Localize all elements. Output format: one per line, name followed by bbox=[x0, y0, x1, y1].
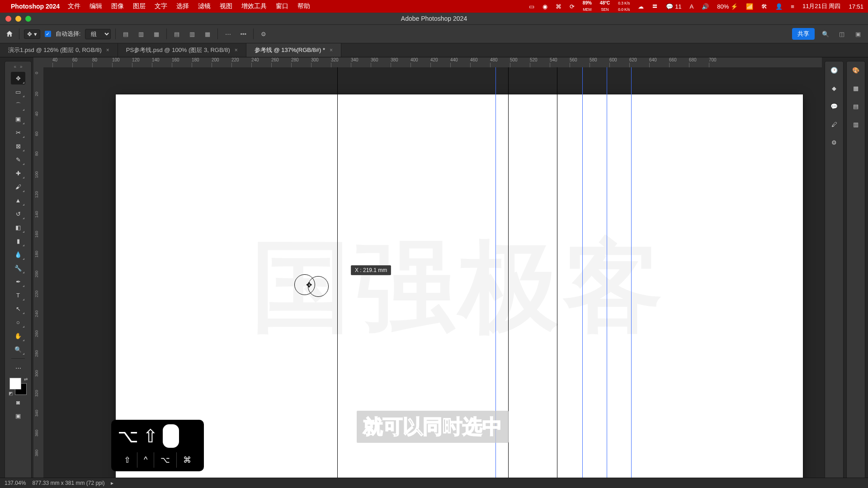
viewport[interactable]: 国强极客 ✥ X : 219.1 mm ⌥ ⇧ bbox=[43, 67, 822, 488]
path-select-tool[interactable]: ↖ bbox=[11, 302, 25, 315]
menu-help[interactable]: 帮助 bbox=[297, 2, 310, 10]
menubar-time[interactable]: 17:51 bbox=[849, 3, 863, 10]
menubar-screen-icon[interactable]: ▭ bbox=[529, 3, 534, 10]
menubar-battery[interactable]: 80% ⚡ bbox=[717, 3, 738, 10]
zoom-tool[interactable]: 🔍 bbox=[11, 343, 25, 356]
screen-mode-tool[interactable]: ▣ bbox=[11, 409, 25, 422]
frame-tool[interactable]: ⊠ bbox=[11, 140, 25, 152]
eraser-tool[interactable]: ◧ bbox=[11, 221, 25, 234]
healing-tool[interactable]: ✚ bbox=[11, 167, 25, 179]
object-select-tool[interactable]: ▣ bbox=[11, 113, 25, 125]
home-button[interactable] bbox=[5, 29, 14, 39]
history-brush-tool[interactable]: ↺ bbox=[11, 207, 25, 220]
hand-tool[interactable]: ✋ bbox=[11, 329, 25, 342]
ruler-horizontal[interactable]: 4060801001201401601802002202402602803003… bbox=[43, 57, 822, 68]
blur-tool[interactable]: 💧 bbox=[11, 248, 25, 261]
channels-panel-icon[interactable]: ▥ bbox=[851, 119, 861, 129]
guide-line[interactable] bbox=[337, 67, 338, 488]
align-bottom-icon[interactable]: ▦ bbox=[202, 28, 213, 39]
brush-settings-panel-icon[interactable]: 🖊 bbox=[829, 119, 839, 129]
gradient-tool[interactable]: ▮ bbox=[11, 235, 25, 247]
workspace-icon[interactable]: ◫ bbox=[836, 28, 847, 39]
move-tool[interactable]: ✥ bbox=[11, 72, 25, 84]
menubar-user-icon[interactable]: 👤 bbox=[775, 3, 783, 10]
window-minimize-button[interactable] bbox=[15, 16, 21, 22]
close-tab-icon[interactable]: × bbox=[235, 47, 238, 53]
align-center-v-icon[interactable]: ▥ bbox=[187, 28, 198, 39]
window-close-button[interactable] bbox=[5, 16, 11, 22]
menu-select[interactable]: 选择 bbox=[176, 2, 189, 10]
align-center-h-icon[interactable]: ▥ bbox=[136, 28, 146, 39]
menu-layer[interactable]: 图层 bbox=[133, 2, 146, 10]
menu-view[interactable]: 视图 bbox=[220, 2, 232, 10]
align-top-icon[interactable]: ▤ bbox=[171, 28, 182, 39]
share-button[interactable]: 共享 bbox=[792, 28, 815, 40]
status-dims[interactable]: 877.33 mm x 381 mm (72 ppi) bbox=[32, 480, 104, 486]
auto-select-checkbox[interactable]: ✓ bbox=[45, 31, 51, 37]
more-options-icon[interactable]: ••• bbox=[238, 28, 249, 39]
close-tab-icon[interactable]: × bbox=[106, 47, 109, 53]
menu-edit[interactable]: 编辑 bbox=[90, 2, 102, 10]
reset-colors-icon[interactable]: ◩ bbox=[9, 391, 13, 396]
gear-icon[interactable]: ⚙ bbox=[258, 28, 269, 39]
menubar-control-center-icon[interactable]: ≡ bbox=[791, 3, 794, 10]
doc-tab-2[interactable]: 参考线 @ 137%(RGB/8#) *× bbox=[246, 43, 341, 57]
guide-line[interactable] bbox=[582, 67, 583, 488]
swap-colors-icon[interactable]: ⇄ bbox=[24, 377, 28, 382]
swatches-panel-icon[interactable]: ▦ bbox=[851, 83, 861, 93]
guide-line[interactable] bbox=[631, 67, 632, 488]
guide-line[interactable] bbox=[607, 67, 607, 488]
layers-panel-icon[interactable]: ▤ bbox=[851, 101, 861, 111]
menubar-wechat[interactable]: 💬 11 bbox=[666, 3, 681, 10]
color-panel-icon[interactable]: 🎨 bbox=[851, 65, 861, 75]
menubar-align-icon[interactable]: 〓 bbox=[652, 2, 658, 10]
properties-panel-icon[interactable]: ◆ bbox=[829, 83, 839, 93]
menubar-wifi-icon[interactable]: 📶 bbox=[746, 3, 753, 10]
align-left-icon[interactable]: ▤ bbox=[120, 28, 131, 39]
pen-tool[interactable]: ✒ bbox=[11, 275, 25, 288]
menu-filter[interactable]: 滤镜 bbox=[198, 2, 211, 10]
app-name[interactable]: Photoshop 2024 bbox=[11, 3, 60, 10]
ruler-vertical[interactable]: 0204060801001201401601802002202402602803… bbox=[33, 67, 44, 488]
menu-window[interactable]: 窗口 bbox=[276, 2, 288, 10]
comments-panel-icon[interactable]: 💬 bbox=[829, 101, 839, 111]
distribute-icon[interactable]: ⋯ bbox=[222, 28, 233, 39]
dodge-tool[interactable]: 🔧 bbox=[11, 262, 25, 274]
menubar-record-icon[interactable]: ◉ bbox=[542, 3, 547, 10]
quick-mask-tool[interactable]: ◙ bbox=[11, 396, 25, 408]
menubar-sync-icon[interactable]: ⟳ bbox=[570, 3, 575, 10]
menubar-input-icon[interactable]: A bbox=[690, 3, 694, 10]
move-tool-indicator[interactable]: ✥ ▾ bbox=[24, 29, 40, 39]
menu-image[interactable]: 图像 bbox=[111, 2, 124, 10]
menu-plugins[interactable]: 增效工具 bbox=[241, 2, 267, 10]
status-arrow-icon[interactable]: ▸ bbox=[111, 480, 113, 486]
auto-select-dropdown[interactable]: 组 bbox=[85, 29, 111, 39]
type-tool[interactable]: T bbox=[11, 289, 25, 301]
panel-toggle-icon[interactable]: ▣ bbox=[853, 28, 863, 39]
ruler-origin[interactable] bbox=[33, 57, 44, 68]
close-tab-icon[interactable]: × bbox=[330, 47, 333, 53]
edit-toolbar[interactable]: ⋯ bbox=[11, 361, 25, 374]
window-maximize-button[interactable] bbox=[25, 16, 31, 22]
menubar-cmd-icon[interactable]: ⌘ bbox=[556, 3, 561, 10]
align-right-icon[interactable]: ▦ bbox=[151, 28, 162, 39]
search-icon[interactable]: 🔍 bbox=[820, 28, 831, 39]
history-panel-icon[interactable]: 🕑 bbox=[829, 65, 839, 75]
doc-tab-1[interactable]: PS参考线.psd @ 100% (图层 3, RGB/8)× bbox=[118, 43, 246, 57]
tools-handle[interactable]: «» bbox=[14, 64, 22, 69]
lasso-tool[interactable]: ⌒ bbox=[11, 99, 25, 112]
stamp-tool[interactable]: ▲ bbox=[11, 194, 25, 206]
adjust-panel-icon[interactable]: ⚙ bbox=[829, 137, 839, 147]
crop-tool[interactable]: ✂ bbox=[11, 126, 25, 139]
doc-tab-0[interactable]: 演示1.psd @ 126% (图层 0, RGB/8)× bbox=[0, 43, 118, 57]
menu-type[interactable]: 文字 bbox=[155, 2, 167, 10]
shape-tool[interactable]: ○ bbox=[11, 316, 25, 328]
menubar-sound-icon[interactable]: 🔊 bbox=[702, 3, 709, 10]
status-zoom[interactable]: 137.04% bbox=[5, 480, 26, 486]
menubar-cloud-icon[interactable]: ☁ bbox=[638, 3, 644, 10]
menubar-date[interactable]: 11月21日 周四 bbox=[802, 2, 841, 10]
guide-line[interactable] bbox=[557, 67, 557, 488]
menubar-tool-icon[interactable]: 🛠 bbox=[761, 3, 767, 10]
brush-tool[interactable]: 🖌 bbox=[11, 180, 25, 193]
foreground-color-swatch[interactable] bbox=[9, 378, 21, 389]
